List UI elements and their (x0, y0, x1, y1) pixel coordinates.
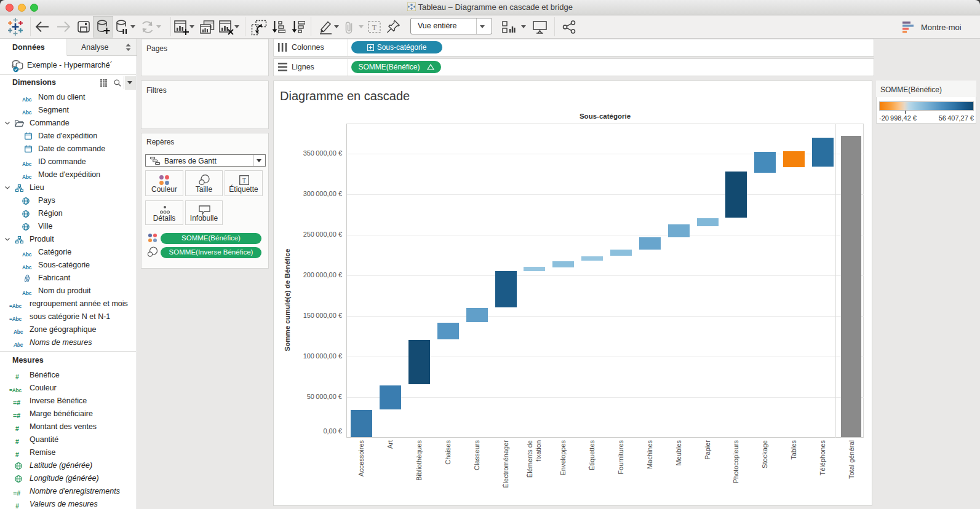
svg-text:T: T (242, 178, 246, 184)
svg-text:T: T (372, 23, 377, 32)
